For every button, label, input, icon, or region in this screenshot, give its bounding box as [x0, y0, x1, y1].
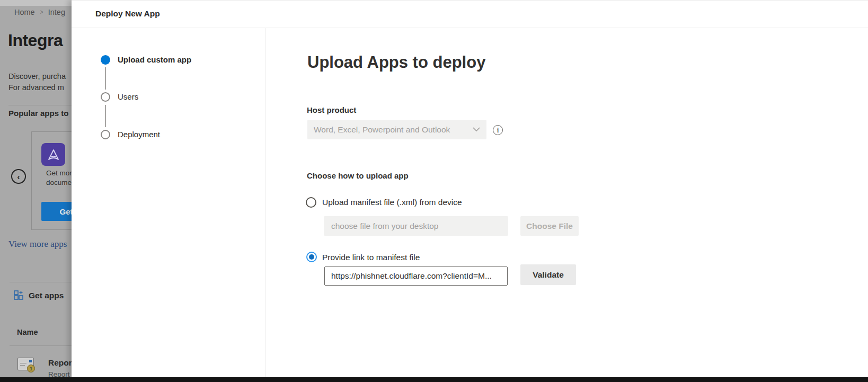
breadcrumb-separator-icon: > — [40, 8, 43, 16]
carousel-previous-button[interactable]: ‹ — [11, 169, 26, 184]
step-users[interactable]: Users — [118, 92, 138, 101]
divider — [10, 345, 72, 346]
validate-button[interactable]: Validate — [520, 264, 576, 285]
top-bar — [0, 0, 72, 6]
manifest-file-input — [324, 216, 508, 236]
choose-file-button: Choose File — [520, 216, 579, 236]
get-apps-grid-plus-icon — [14, 290, 24, 300]
adobe-acrobat-icon — [41, 143, 65, 166]
radio-selected-dot — [309, 254, 314, 260]
step-circle — [101, 130, 110, 139]
divider — [8, 105, 72, 105]
step-connector — [105, 67, 106, 90]
panel-header-divider — [72, 28, 868, 28]
content-title: Upload Apps to deploy — [307, 53, 485, 72]
breadcrumb-current: Integ — [48, 8, 65, 16]
page-title: Integra — [8, 31, 63, 50]
bottom-black-bar — [0, 377, 868, 382]
page-description: Discover, purcha For advanced m — [8, 71, 66, 93]
radio-upload-manifest-file[interactable] — [306, 197, 316, 208]
get-apps-label: Get apps — [29, 291, 64, 300]
view-more-apps-link[interactable]: View more apps — [8, 239, 67, 250]
stepper-content-divider — [265, 28, 266, 377]
get-apps-button[interactable]: Get apps — [14, 290, 64, 300]
table-row-title[interactable]: Repor — [48, 358, 72, 368]
breadcrumb-home-link[interactable]: Home — [14, 8, 35, 16]
chevron-down-icon — [473, 127, 480, 132]
radio-provide-link[interactable] — [306, 252, 317, 262]
info-icon[interactable]: i — [493, 125, 503, 135]
chevron-left-icon: ‹ — [17, 172, 20, 181]
deploy-new-app-panel: Deploy New App Upload custom app Users D… — [72, 0, 868, 377]
manifest-url-input[interactable] — [324, 266, 508, 286]
breadcrumb: Home > Integ — [14, 8, 65, 16]
step-circle — [101, 92, 110, 102]
host-product-label: Host product — [307, 105, 356, 114]
upload-method-label: Choose how to upload app — [307, 171, 409, 180]
report-message-envelope-icon: 1 — [17, 358, 33, 370]
notification-badge: 1 — [27, 365, 35, 372]
panel-title: Deploy New App — [95, 9, 160, 19]
radio-upload-manifest-file-label[interactable]: Upload manifest file (.xml) from device — [322, 198, 462, 207]
envelope-blue-dot — [29, 360, 32, 362]
step-active-dot — [101, 55, 110, 65]
divider — [10, 282, 72, 282]
step-upload-custom-app[interactable]: Upload custom app — [118, 55, 191, 64]
step-deployment[interactable]: Deployment — [118, 130, 160, 139]
page-description-line1: Discover, purcha — [8, 71, 66, 82]
page-description-line2: For advanced m — [8, 82, 66, 93]
host-product-dropdown[interactable]: Word, Excel, Powerpoint and Outlook — [307, 120, 486, 139]
table-header-name[interactable]: Name — [17, 328, 38, 336]
step-connector — [105, 105, 106, 127]
host-product-value: Word, Excel, Powerpoint and Outlook — [314, 125, 473, 135]
radio-provide-link-label[interactable]: Provide link to manifest file — [322, 253, 420, 262]
popular-apps-section-title: Popular apps to — [8, 109, 68, 118]
